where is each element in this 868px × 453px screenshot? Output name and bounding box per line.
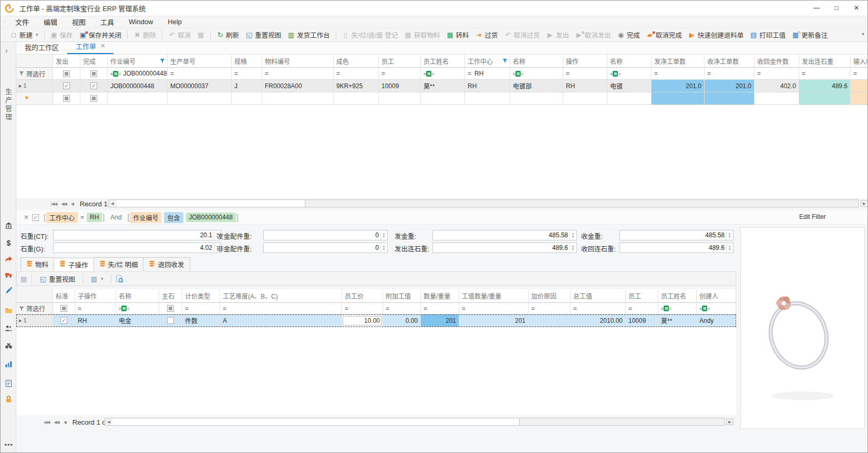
column-header[interactable]: 名称 <box>510 55 563 68</box>
table-cell[interactable] <box>53 80 80 92</box>
table-cell[interactable] <box>529 314 571 327</box>
toolbar-overflow-icon[interactable]: ▾ <box>862 31 864 37</box>
tab-my-workspace[interactable]: 我的工作区 <box>16 40 67 54</box>
sidebar-lock-icon[interactable] <box>4 395 13 404</box>
toolbar-complete-button[interactable]: ◉完成 <box>614 29 643 41</box>
menu-edit[interactable]: 编辑 <box>36 16 65 28</box>
table-cell[interactable] <box>851 80 868 92</box>
table-cell[interactable] <box>851 92 868 105</box>
table-cell[interactable] <box>607 92 652 105</box>
table-cell[interactable] <box>80 80 108 92</box>
summary-field[interactable]: 489.6▲▼ <box>432 243 577 253</box>
filter-cell[interactable]: = <box>755 68 799 80</box>
table-cell[interactable]: 489.6 <box>799 80 851 92</box>
filter-cell[interactable]: aBc <box>116 303 159 314</box>
table-cell[interactable]: 莫** <box>421 80 465 92</box>
menu-window[interactable]: Window <box>121 16 160 28</box>
scrollbar-thumb[interactable] <box>112 418 520 425</box>
spinner-arrows-icon[interactable]: ▲▼ <box>726 231 732 239</box>
table-cell[interactable]: A <box>220 314 342 327</box>
table-cell[interactable] <box>705 92 755 105</box>
column-header[interactable]: 员工价 <box>342 289 383 303</box>
table-cell[interactable]: JOB000000448 <box>108 80 168 92</box>
column-header[interactable]: 发出连石重 <box>799 55 851 68</box>
row-indicator[interactable]: * <box>16 92 53 105</box>
filter-row-indicator[interactable]: 筛选行 <box>16 68 53 80</box>
table-cell[interactable]: 件数 <box>182 314 220 327</box>
table-cell[interactable]: J <box>232 80 262 92</box>
detail-tab-1[interactable]: 子操作 <box>54 258 94 271</box>
filter-cell[interactable]: = <box>220 303 342 314</box>
summary-field[interactable]: 0▲▼ <box>263 230 388 240</box>
column-header[interactable]: 物料编号 <box>262 55 334 68</box>
sidebar-ellipsis-icon[interactable]: ••• <box>4 440 13 449</box>
menu-tools[interactable]: 工具 <box>93 16 121 28</box>
filter-cell[interactable]: = <box>342 303 383 314</box>
column-header[interactable]: 主石 <box>159 289 182 303</box>
spinner-arrows-icon[interactable]: ▲▼ <box>570 244 576 252</box>
table-cell[interactable]: 10009 <box>626 314 658 327</box>
filter-field-chip[interactable]: 作业编号 <box>130 212 161 223</box>
search-document-icon[interactable] <box>116 275 123 283</box>
spinner-arrows-icon[interactable]: ▲▼ <box>726 244 732 252</box>
toolbar-delete-button[interactable]: ✖删除 <box>130 29 159 41</box>
column-header[interactable]: 完成 <box>80 55 108 68</box>
nav-prev-page-button[interactable]: ◀◀ <box>51 420 61 425</box>
filter-cell[interactable] <box>53 68 80 80</box>
column-header[interactable]: 标准 <box>53 289 75 303</box>
filter-cell[interactable]: = <box>459 303 529 314</box>
column-header[interactable]: 名称 <box>116 289 159 303</box>
toolbar-register-loss-button[interactable]: ▯失/烂/退/废 登记 <box>339 29 401 41</box>
table-row[interactable]: * <box>16 92 868 105</box>
tab-work-order[interactable]: 工作单 ✕ <box>67 39 113 54</box>
table-cell[interactable]: 10009 <box>379 80 421 92</box>
column-header[interactable]: 附加工值 <box>383 289 421 303</box>
filter-cell[interactable] <box>53 303 75 314</box>
table-row[interactable]: ▸ 1JOB000000448MO00000037JFR00028A009KR+… <box>16 80 868 92</box>
table-cell[interactable]: 9KR+925 <box>334 80 379 92</box>
scrollbar-thumb[interactable] <box>116 200 305 207</box>
row-indicator[interactable]: ▸ 1 <box>16 314 53 327</box>
table-cell[interactable] <box>168 92 232 105</box>
spinner-arrows-icon[interactable]: ▲▼ <box>380 244 387 252</box>
filter-cell[interactable]: aBc <box>658 303 697 314</box>
column-header[interactable]: 生产单号 <box>168 55 232 68</box>
filter-cell[interactable]: = <box>705 68 755 80</box>
toolbar-cancel-pass-button[interactable]: ↶取消过货 <box>501 29 543 41</box>
table-cell[interactable]: Andy <box>697 314 736 327</box>
column-header[interactable]: 发出 <box>53 55 80 68</box>
filter-cell[interactable]: aBc <box>607 68 652 80</box>
menu-view[interactable]: 视图 <box>65 16 93 28</box>
filter-operator[interactable]: = <box>80 214 84 221</box>
column-header[interactable]: 员工 <box>626 289 658 303</box>
table-cell[interactable] <box>80 92 108 105</box>
filter-cell[interactable]: aBc <box>510 68 563 80</box>
column-header[interactable]: 员工 <box>379 55 421 68</box>
sidebar-bank-icon[interactable] <box>4 221 13 230</box>
filter-cell[interactable]: = <box>262 68 334 80</box>
detail-tab-0[interactable]: 物料 <box>20 257 54 271</box>
nav-first-button[interactable]: |◀◀ <box>42 420 51 425</box>
column-header[interactable]: 工艺难度(A、B、C) <box>220 289 342 303</box>
summary-field[interactable]: 0▲▼ <box>263 243 388 253</box>
filter-cell[interactable]: = <box>799 68 851 80</box>
column-header[interactable]: 数量/重量 <box>421 289 459 303</box>
table-cell[interactable]: 电镀部 <box>510 80 563 92</box>
sidebar-pencil-icon[interactable] <box>4 286 13 295</box>
table-cell[interactable] <box>421 92 465 105</box>
table-cell[interactable]: RH <box>75 314 116 327</box>
column-header[interactable]: 总工值 <box>571 289 626 303</box>
scroll-left-icon[interactable]: ◀ <box>105 418 112 425</box>
table-cell[interactable]: 10.00 <box>342 314 383 327</box>
column-header[interactable]: 名称 <box>607 55 652 68</box>
table-cell[interactable] <box>53 92 80 105</box>
sidebar-dollar-icon[interactable]: $ <box>4 238 13 247</box>
column-header[interactable]: 收净工单数 <box>705 55 755 68</box>
sidebar-share-icon[interactable] <box>4 255 13 264</box>
table-cell[interactable] <box>334 92 379 105</box>
column-header[interactable]: 员工姓名 <box>658 289 697 303</box>
edit-filter-link[interactable]: Edit Filter <box>799 213 826 220</box>
toolbar-send-out-button[interactable]: ▶发出 <box>543 29 572 41</box>
sidebar-expand-icon[interactable]: › <box>5 46 8 55</box>
table-cell[interactable] <box>159 314 182 327</box>
